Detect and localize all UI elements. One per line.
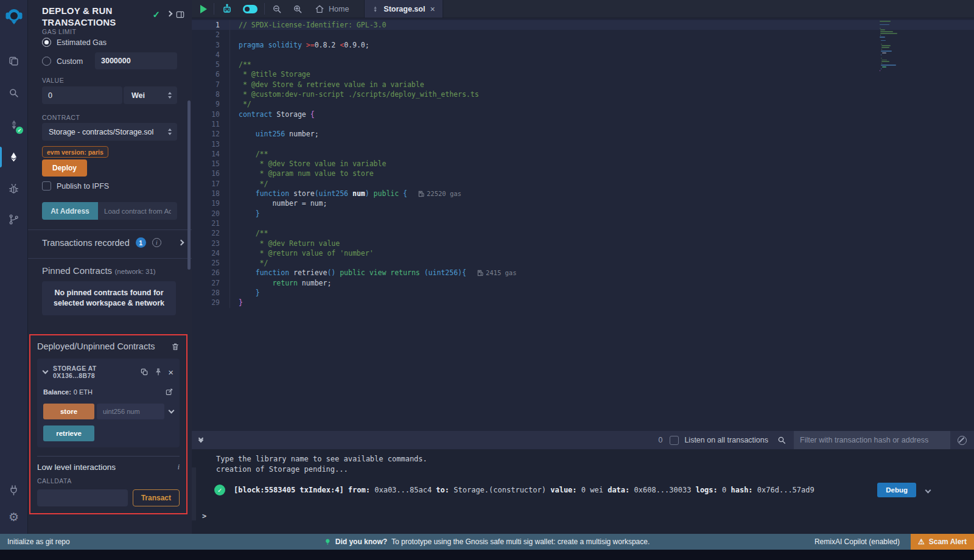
low-level-title: Low level interactions: [37, 463, 178, 472]
divider: [28, 258, 192, 259]
icon-rail: ✓ ⚙: [0, 0, 27, 534]
pinned-empty-message: No pinned contracts found for selected w…: [42, 281, 176, 315]
radio-selected[interactable]: [42, 38, 51, 47]
code-line: 18 function store(uint256 num) public {2…: [192, 189, 974, 198]
terminal: 0 Listen on all transactions Type the li…: [192, 431, 974, 534]
value-input[interactable]: [42, 86, 122, 104]
minimap[interactable]: [880, 21, 923, 72]
listen-all-checkbox[interactable]: [670, 436, 679, 445]
transaction-log-row[interactable]: ✓ [block:5583405 txIndex:4] from: 0xa03.…: [214, 483, 930, 497]
pin-icon[interactable]: [154, 368, 163, 376]
tab-storage-sol[interactable]: Storage.sol ×: [364, 0, 443, 18]
contract-instance-card: STORAGE AT 0X136...8B78 × Balance: 0 ETH: [37, 359, 180, 447]
home-icon: [315, 4, 324, 14]
debugger-icon[interactable]: [0, 175, 27, 202]
store-function-button[interactable]: store: [43, 404, 94, 419]
scam-alert-button[interactable]: ⚠ Scam Alert: [911, 534, 974, 550]
contract-select[interactable]: Storage - contracts/Storage.sol: [42, 123, 177, 141]
gas-estimate-annotation: 22520 gas: [418, 189, 461, 198]
code-line: 19 number = num;: [192, 198, 974, 208]
tx-filter-input[interactable]: [794, 431, 950, 449]
contract-label: CONTRACT: [42, 114, 80, 121]
file-explorer-icon[interactable]: [0, 47, 27, 74]
status-bar: Initialize as git repo Did you know? To …: [0, 534, 974, 550]
search-icon[interactable]: [777, 435, 787, 445]
trash-icon[interactable]: [171, 342, 180, 351]
expand-tx-icon[interactable]: [925, 487, 931, 493]
code-line: 15 * @dev Store value in variable: [192, 159, 974, 169]
code-line: 23 * @dev Return value: [192, 239, 974, 248]
copilot-status[interactable]: RemixAI Copilot (enabled): [815, 537, 900, 546]
expand-params-icon[interactable]: [169, 408, 175, 414]
debug-button[interactable]: Debug: [877, 483, 916, 497]
remixd-robot-icon[interactable]: [216, 0, 238, 18]
panel-scrollbar[interactable]: [187, 100, 191, 270]
value-unit-select[interactable]: Wei: [124, 86, 177, 104]
solidity-compiler-icon[interactable]: ✓: [0, 111, 27, 138]
chevron-right-icon[interactable]: [178, 240, 184, 246]
retrieve-function-button[interactable]: retrieve: [43, 425, 94, 441]
git-init-button[interactable]: Initialize as git repo: [0, 537, 70, 546]
info-icon[interactable]: i: [178, 463, 180, 472]
tab-home[interactable]: Home: [308, 0, 356, 18]
run-script-icon[interactable]: [192, 0, 212, 18]
window-edge: [0, 550, 974, 560]
terminal-scrollbar[interactable]: [192, 467, 196, 520]
collapse-terminal-icon[interactable]: [199, 438, 203, 442]
settings-icon[interactable]: ⚙: [0, 503, 27, 530]
solidity-file-icon: [372, 5, 379, 13]
git-icon[interactable]: [0, 206, 27, 233]
custom-gas-radio[interactable]: Custom: [42, 57, 83, 66]
terminal-body[interactable]: Type the library name to see available c…: [192, 449, 974, 520]
listen-all-label: Listen on all transactions: [684, 436, 768, 444]
code-line: 13: [192, 139, 974, 149]
pin-panel-icon[interactable]: [175, 10, 185, 19]
estimated-gas-radio[interactable]: Estimated Gas: [42, 38, 107, 47]
deploy-button[interactable]: Deploy: [42, 159, 87, 177]
transact-button[interactable]: Transact: [133, 489, 180, 506]
deploy-run-icon[interactable]: [0, 144, 27, 170]
copy-icon[interactable]: [140, 368, 149, 376]
clear-console-icon[interactable]: [958, 436, 967, 445]
lightbulb-icon: [324, 537, 331, 546]
chevron-down-icon[interactable]: [43, 368, 49, 374]
code-line: 24 * @return value of 'number': [192, 248, 974, 258]
store-param-input[interactable]: [97, 404, 164, 419]
edit-balance-icon[interactable]: [165, 388, 173, 396]
remix-logo[interactable]: [0, 0, 27, 32]
code-line: 21: [192, 219, 974, 228]
terminal-prompt[interactable]: >: [202, 512, 930, 520]
code-line: 7 * @dev Store & retrieve value in a var…: [192, 80, 974, 89]
info-icon[interactable]: i: [152, 238, 161, 247]
panel-expand-icon[interactable]: [167, 11, 173, 17]
code-line: 12 uint256 number;: [192, 129, 974, 139]
deployed-title: Deployed/Unpinned Contracts: [37, 341, 171, 351]
custom-gas-input[interactable]: [95, 52, 177, 69]
code-line: 27 return number;: [192, 278, 974, 288]
at-address-input[interactable]: [98, 202, 177, 220]
search-icon[interactable]: [0, 79, 27, 106]
radio-unselected[interactable]: [42, 57, 51, 66]
plugin-manager-icon[interactable]: [0, 477, 27, 503]
did-you-know-tip: Did you know? To prototype using the Gno…: [324, 537, 650, 546]
compile-success-badge: ✓: [16, 127, 23, 134]
deploy-run-panel: DEPLOY & RUN TRANSACTIONS ✓ GAS LIMIT Es…: [27, 0, 192, 534]
close-tab-icon[interactable]: ×: [430, 4, 435, 14]
widget-toggle-icon[interactable]: [238, 0, 262, 18]
transactions-recorded-row[interactable]: Transactions recorded 1 i: [42, 237, 183, 248]
code-line: 17 */: [192, 179, 974, 189]
deployed-contracts-section: Deployed/Unpinned Contracts STORAGE AT 0…: [29, 334, 187, 514]
close-instance-icon[interactable]: ×: [168, 368, 173, 377]
terminal-log-lines: Type the library name to see available c…: [216, 454, 930, 475]
at-address-button[interactable]: At Address: [42, 202, 98, 220]
publish-ipfs-row[interactable]: Publish to IPFS: [42, 181, 109, 191]
code-area[interactable]: 1// SPDX-License-Identifier: GPL-3.023pr…: [192, 18, 974, 430]
code-line: 28 }: [192, 288, 974, 298]
tx-log-text: [block:5583405 txIndex:4] from: 0xa03...…: [234, 486, 815, 494]
code-line: 22 /**: [192, 228, 974, 238]
publish-ipfs-checkbox[interactable]: [42, 181, 51, 191]
calldata-input[interactable]: [37, 489, 128, 506]
zoom-out-icon[interactable]: [267, 0, 287, 18]
zoom-in-icon[interactable]: [287, 0, 308, 18]
code-line: 6 * @title Storage: [192, 69, 974, 79]
